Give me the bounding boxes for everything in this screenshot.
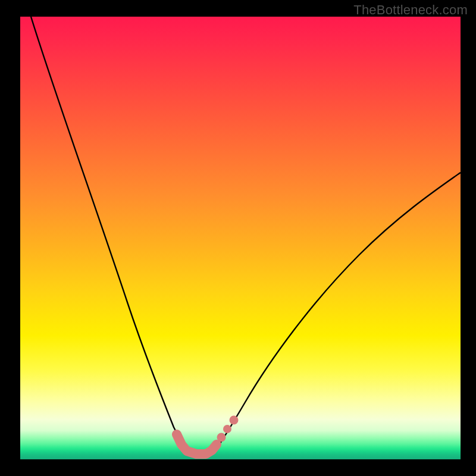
valley-marker-stroke [177, 434, 217, 454]
curve-left-branch [31, 17, 189, 452]
valley-marker-dot [217, 433, 226, 442]
curve-right-branch [214, 173, 461, 452]
valley-marker-dot [230, 416, 239, 425]
watermark-text: TheBottleneck.com [353, 2, 468, 18]
valley-marker-dot [223, 425, 231, 433]
chart-frame: TheBottleneck.com [0, 0, 476, 476]
bottleneck-curve-svg [20, 17, 461, 459]
plot-area [20, 17, 461, 459]
